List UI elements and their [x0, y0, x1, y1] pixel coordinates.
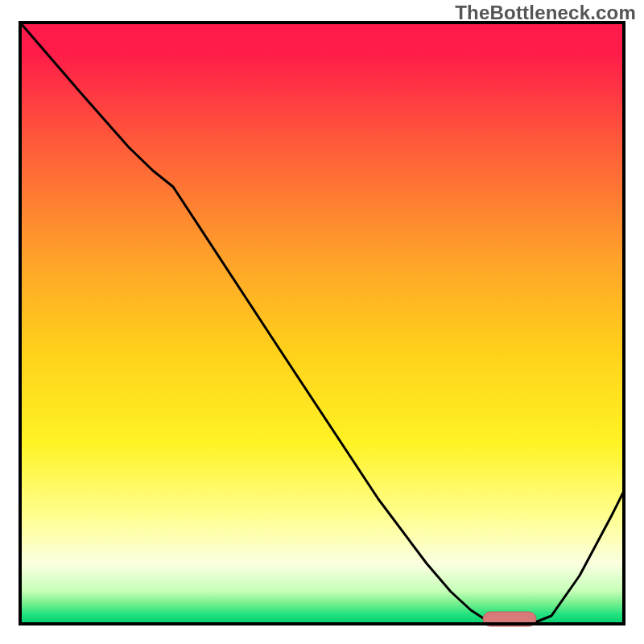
bottleneck-chart: [0, 0, 644, 644]
chart-container: TheBottleneck.com: [0, 0, 644, 644]
plot-background: [20, 23, 624, 624]
